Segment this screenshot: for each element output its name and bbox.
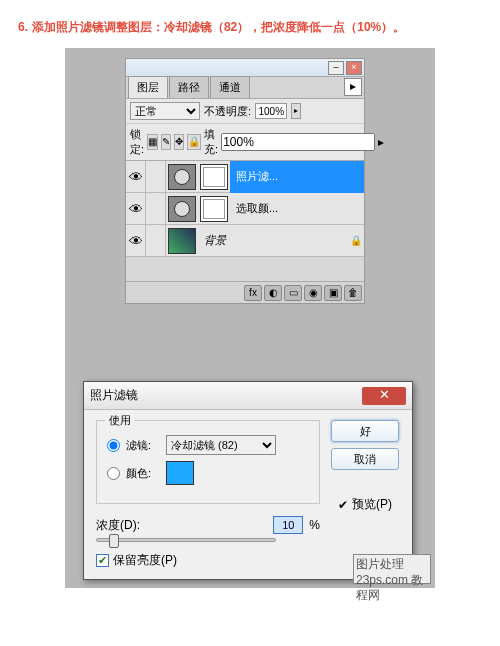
filter-radio-label: 滤镜:: [126, 438, 160, 453]
dialog-titlebar[interactable]: 照片滤镜 ✕: [84, 382, 412, 410]
folder-icon[interactable]: ▭: [284, 285, 302, 301]
opacity-input[interactable]: [255, 103, 287, 119]
trash-icon[interactable]: 🗑: [344, 285, 362, 301]
preserve-label: 保留亮度(P): [113, 552, 177, 569]
dialog-title: 照片滤镜: [90, 387, 138, 404]
link-column[interactable]: [146, 225, 166, 257]
ok-button[interactable]: 好: [331, 420, 399, 442]
visibility-icon[interactable]: 👁: [126, 193, 146, 225]
fx-icon[interactable]: fx: [244, 285, 262, 301]
density-slider[interactable]: [96, 538, 276, 542]
panel-titlebar: – ×: [126, 59, 364, 77]
use-fieldset: 使用 滤镜: 冷却滤镜 (82) 颜色:: [96, 420, 320, 504]
preserve-checkbox[interactable]: ✔: [96, 554, 109, 567]
mask-thumb-icon[interactable]: [200, 164, 228, 190]
opacity-label: 不透明度:: [204, 104, 251, 119]
close-icon[interactable]: ×: [346, 61, 362, 75]
color-radio-label: 颜色:: [126, 466, 160, 481]
bg-thumb-icon[interactable]: [168, 228, 196, 254]
filter-radio[interactable]: [107, 439, 120, 452]
preview-row: ✔ 预览(P): [338, 496, 392, 513]
lock-indicator-icon: 🔒: [348, 235, 364, 246]
density-slider-wrap: [96, 538, 320, 542]
screenshot-area: – × 图层 路径 通道 ▸ 正常 不透明度: ▸ 锁定: ▦ ✎ ✥ 🔒 填充…: [65, 48, 435, 588]
mask-icon[interactable]: ◐: [264, 285, 282, 301]
layer-name[interactable]: 照片滤...: [230, 161, 364, 193]
fill-arrow-icon[interactable]: ▸: [378, 135, 384, 149]
density-unit: %: [309, 518, 320, 532]
preview-label: 预览(P): [352, 496, 392, 513]
adjustment-thumb-icon[interactable]: [168, 164, 196, 190]
panel-footer: fx ◐ ▭ ◉ ▣ 🗑: [126, 281, 364, 303]
color-radio-row: 颜色:: [107, 461, 309, 485]
step-body: 添加照片滤镜调整图层：冷却滤镜（82），把浓度降低一点（10%）。: [32, 20, 405, 34]
lock-position-icon[interactable]: ✥: [174, 134, 184, 150]
lock-all-icon[interactable]: 🔒: [187, 134, 201, 150]
layer-name[interactable]: 背景: [198, 225, 348, 257]
watermark: 图片处理 23ps.com 教程网: [353, 554, 431, 584]
preview-checkbox[interactable]: ✔: [338, 498, 348, 512]
blend-mode-select[interactable]: 正常: [130, 102, 200, 120]
panel-menu-icon[interactable]: ▸: [344, 78, 362, 96]
opacity-arrow-icon[interactable]: ▸: [291, 103, 301, 119]
dialog-close-icon[interactable]: ✕: [362, 387, 406, 405]
lock-transparency-icon[interactable]: ▦: [147, 134, 158, 150]
link-column[interactable]: [146, 193, 166, 225]
adjustment-icon[interactable]: ◉: [304, 285, 322, 301]
cancel-button[interactable]: 取消: [331, 448, 399, 470]
density-label: 浓度(D):: [96, 517, 140, 534]
photo-filter-dialog: 照片滤镜 ✕ 使用 滤镜: 冷却滤镜 (82) 颜色:: [83, 381, 413, 580]
dialog-right: 好 取消 ✔ 预览(P): [330, 420, 400, 569]
tab-channels[interactable]: 通道: [210, 76, 250, 98]
fill-input[interactable]: [221, 133, 375, 151]
layer-name[interactable]: 选取颜...: [230, 193, 364, 225]
blend-row: 正常 不透明度: ▸: [126, 99, 364, 124]
dialog-left: 使用 滤镜: 冷却滤镜 (82) 颜色: 浓度(D):: [96, 420, 320, 569]
layers-panel: – × 图层 路径 通道 ▸ 正常 不透明度: ▸ 锁定: ▦ ✎ ✥ 🔒 填充…: [125, 58, 365, 304]
lock-pixels-icon[interactable]: ✎: [161, 134, 171, 150]
density-row: 浓度(D): %: [96, 516, 320, 534]
use-legend: 使用: [105, 413, 135, 428]
fill-label: 填充:: [204, 127, 218, 157]
link-column[interactable]: [146, 161, 166, 193]
density-input[interactable]: [273, 516, 303, 534]
new-layer-icon[interactable]: ▣: [324, 285, 342, 301]
minimize-icon[interactable]: –: [328, 61, 344, 75]
panel-tabs: 图层 路径 通道 ▸: [126, 77, 364, 99]
filter-select[interactable]: 冷却滤镜 (82): [166, 435, 276, 455]
color-swatch[interactable]: [166, 461, 194, 485]
filter-radio-row: 滤镜: 冷却滤镜 (82): [107, 435, 309, 455]
slider-handle[interactable]: [109, 534, 119, 548]
visibility-icon[interactable]: 👁: [126, 161, 146, 193]
preserve-row: ✔ 保留亮度(P): [96, 552, 320, 569]
visibility-icon[interactable]: 👁: [126, 225, 146, 257]
step-number: 6.: [18, 20, 28, 34]
instruction-text: 6. 添加照片滤镜调整图层：冷却滤镜（82），把浓度降低一点（10%）。: [0, 0, 500, 48]
tab-paths[interactable]: 路径: [169, 76, 209, 98]
layers-list: 👁 照片滤... 👁 选取颜... 👁 背景 🔒: [126, 161, 364, 281]
lock-label: 锁定:: [130, 127, 144, 157]
layer-row[interactable]: 👁 选取颜...: [126, 193, 364, 225]
tab-layers[interactable]: 图层: [128, 76, 168, 98]
lock-row: 锁定: ▦ ✎ ✥ 🔒 填充: ▸: [126, 124, 364, 161]
layer-row[interactable]: 👁 背景 🔒: [126, 225, 364, 257]
adjustment-thumb-icon[interactable]: [168, 196, 196, 222]
watermark-line1: 图片处理: [356, 557, 428, 573]
layer-row[interactable]: 👁 照片滤...: [126, 161, 364, 193]
color-radio[interactable]: [107, 467, 120, 480]
mask-thumb-icon[interactable]: [200, 196, 228, 222]
watermark-line2: 23ps.com 教程网: [356, 573, 428, 604]
